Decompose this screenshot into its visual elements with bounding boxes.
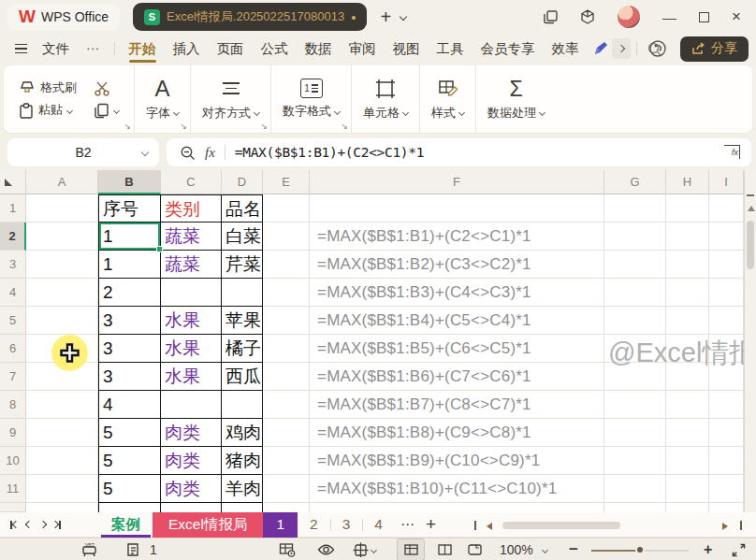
document-tab[interactable]: S Excel情报局.2025022517080013 • xyxy=(133,3,367,31)
column-header-i[interactable]: I xyxy=(709,170,744,194)
cell-d1[interactable]: 品名 xyxy=(222,194,263,223)
cell-b2[interactable]: 1 xyxy=(98,223,161,251)
app-button[interactable]: W WPS Office xyxy=(7,4,120,30)
cell-b5[interactable]: 3 xyxy=(98,307,161,335)
column-header-c[interactable]: C xyxy=(161,170,222,194)
cell-b7[interactable]: 3 xyxy=(98,363,161,391)
sheet-tab-案例[interactable]: 案例 xyxy=(99,512,153,538)
cell-g3[interactable] xyxy=(604,251,666,279)
cut-button[interactable] xyxy=(94,80,119,96)
menu-tab-工具[interactable]: 工具 xyxy=(429,34,472,64)
insert-function-fx-icon[interactable]: fx xyxy=(205,145,215,161)
tab-list-chevron-icon[interactable] xyxy=(400,13,407,21)
sheet-tab-3[interactable]: 3 xyxy=(330,512,363,538)
cell-e12[interactable] xyxy=(263,503,310,512)
zoom-out-button[interactable]: − xyxy=(569,538,578,560)
menu-tab-页面[interactable]: 页面 xyxy=(209,34,253,64)
column-header-b[interactable]: B xyxy=(98,170,161,194)
edit-mode-toggle[interactable] xyxy=(591,38,631,59)
hscroll-left-arrow-icon[interactable] xyxy=(487,523,492,530)
page-layout-view-button[interactable] xyxy=(430,538,458,560)
new-document-button[interactable]: + xyxy=(380,7,391,28)
cell-h3[interactable] xyxy=(666,251,709,279)
menu-more-button[interactable]: ⋯ xyxy=(78,34,109,64)
cell-g5[interactable] xyxy=(604,307,666,335)
eye-icon[interactable] xyxy=(317,538,335,560)
data-processing-group[interactable]: Σ 数据处理 xyxy=(476,65,556,133)
cell-b3[interactable]: 1 xyxy=(98,251,161,279)
minimize-button[interactable]: — xyxy=(662,9,676,25)
cell-i9[interactable] xyxy=(709,419,744,447)
copy-button[interactable] xyxy=(94,103,119,119)
cell-c12[interactable] xyxy=(161,503,222,512)
cell-i10[interactable] xyxy=(709,447,744,475)
cell-c1[interactable]: 类别 xyxy=(161,194,222,223)
cell-h12[interactable] xyxy=(666,503,709,512)
cell-g8[interactable] xyxy=(604,391,666,419)
column-header-g[interactable]: G xyxy=(604,170,666,194)
cell-e1[interactable] xyxy=(263,194,310,223)
cell-a4[interactable] xyxy=(26,279,98,307)
menu-tab-开始[interactable]: 开始 xyxy=(121,34,165,64)
fullscreen-icon[interactable] xyxy=(732,538,746,560)
cell-b9[interactable]: 5 xyxy=(98,419,161,447)
row-header-7[interactable]: 7 xyxy=(0,363,26,391)
close-button[interactable]: × xyxy=(732,7,741,26)
cell-i1[interactable] xyxy=(709,194,744,223)
split-handle[interactable] xyxy=(747,194,754,196)
first-sheet-button[interactable] xyxy=(7,512,22,538)
cell-a12[interactable] xyxy=(26,503,98,512)
cell-g12[interactable] xyxy=(604,503,666,512)
spreadsheet-grid[interactable]: ABCDEFGHI1序号类别品名21蔬菜白菜=MAX($B$1:B1)+(C2<… xyxy=(0,170,744,512)
cell-f10[interactable]: =MAX($B$1:B9)+(C10<>C9)*1 xyxy=(310,447,604,475)
menu-hamburger-icon[interactable] xyxy=(15,44,27,54)
zoom-chevron-icon[interactable] xyxy=(543,538,547,560)
row-header-6[interactable]: 6 xyxy=(0,335,26,363)
cell-a9[interactable] xyxy=(26,419,98,447)
cell-f9[interactable]: =MAX($B$1:B8)+(C9<>C8)*1 xyxy=(310,419,604,447)
alignment-dialog-launcher[interactable]: ↘ xyxy=(260,122,268,131)
vertical-scroll-thumb[interactable] xyxy=(747,221,754,269)
cell-b6[interactable]: 3 xyxy=(98,335,161,363)
cell-e9[interactable] xyxy=(263,419,310,447)
cell-d7[interactable]: 西瓜 xyxy=(222,363,263,391)
number-format-dialog-launcher[interactable]: ↘ xyxy=(341,122,348,131)
table-settings-icon[interactable] xyxy=(279,538,296,560)
cell-d6[interactable]: 橘子 xyxy=(222,335,263,363)
row-header-11[interactable]: 11 xyxy=(0,475,26,503)
row-header-8[interactable]: 8 xyxy=(0,391,26,419)
cell-d11[interactable]: 羊肉 xyxy=(222,475,263,503)
cells-group[interactable]: 单元格 xyxy=(352,65,420,133)
cell-b4[interactable]: 2 xyxy=(98,279,161,307)
row-header-3[interactable]: 3 xyxy=(0,251,26,279)
cell-a1[interactable] xyxy=(26,194,98,223)
name-box[interactable]: B2 xyxy=(7,138,159,166)
menu-tab-公式[interactable]: 公式 xyxy=(253,34,297,64)
cell-d8[interactable] xyxy=(222,391,263,419)
cell-h1[interactable] xyxy=(666,194,709,223)
menu-tab-审阅[interactable]: 审阅 xyxy=(341,34,385,64)
history-icon[interactable] xyxy=(648,39,667,58)
cell-d3[interactable]: 芹菜 xyxy=(222,251,263,279)
scroll-up-arrow-icon[interactable] xyxy=(748,206,755,211)
cell-c10[interactable]: 肉类 xyxy=(161,447,222,475)
cell-c4[interactable] xyxy=(161,279,222,307)
cell-b1[interactable]: 序号 xyxy=(98,194,161,223)
cell-a3[interactable] xyxy=(26,251,98,279)
cell-b10[interactable]: 5 xyxy=(98,447,161,475)
cell-a10[interactable] xyxy=(26,447,98,475)
cell-e11[interactable] xyxy=(263,475,310,503)
cell-g10[interactable] xyxy=(604,447,666,475)
font-group[interactable]: A 字体 ↘ xyxy=(135,65,191,133)
expand-formula-bar-icon[interactable]: fx xyxy=(724,145,740,159)
cell-f11[interactable]: =MAX($B$1:B10)+(C11<>C10)*1 xyxy=(310,475,604,503)
hscroll-right-end[interactable] xyxy=(740,521,742,530)
cell-e4[interactable] xyxy=(263,279,310,307)
clipboard-dialog-launcher[interactable]: ↘ xyxy=(124,122,131,131)
styles-group[interactable]: 样式 xyxy=(420,65,476,133)
menu-tab-效率[interactable]: 效率 xyxy=(544,34,588,64)
cell-i8[interactable] xyxy=(709,391,744,419)
cell-f3[interactable]: =MAX($B$1:B2)+(C3<>C2)*1 xyxy=(310,251,604,279)
cell-f6[interactable]: =MAX($B$1:B5)+(C6<>C5)*1 xyxy=(310,335,604,363)
cell-c3[interactable]: 蔬菜 xyxy=(161,251,222,279)
